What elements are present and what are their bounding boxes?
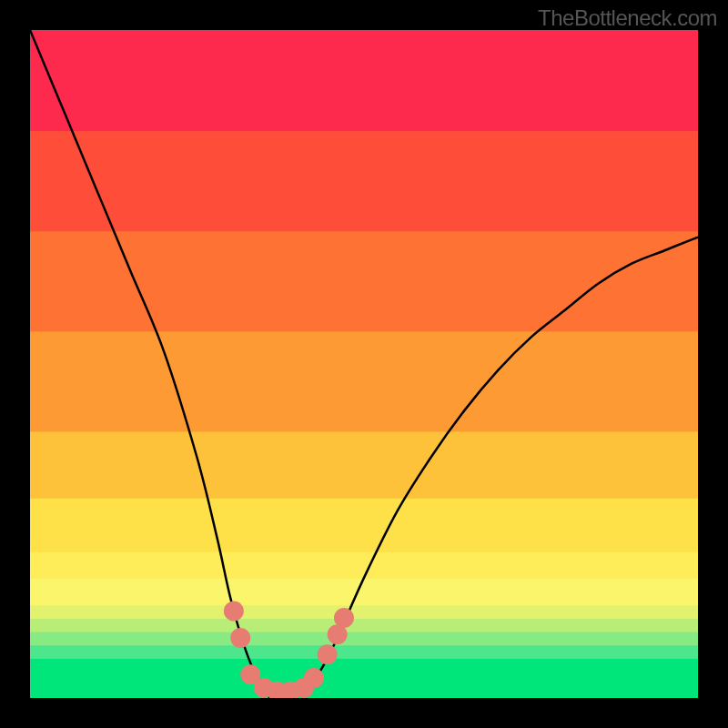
svg-rect-7	[30, 551, 698, 579]
svg-rect-10	[30, 330, 698, 431]
svg-rect-9	[30, 430, 698, 498]
watermark-text: TheBottleneck.com	[538, 5, 717, 31]
svg-rect-13	[30, 30, 698, 131]
gradient-background	[30, 30, 698, 698]
curve-marker	[334, 608, 354, 628]
curve-marker	[318, 644, 338, 664]
curve-marker	[230, 628, 250, 648]
curve-marker	[224, 602, 244, 622]
svg-rect-11	[30, 230, 698, 331]
svg-rect-12	[30, 130, 698, 231]
svg-rect-8	[30, 498, 698, 552]
svg-rect-5	[30, 604, 698, 619]
svg-rect-6	[30, 578, 698, 605]
chart-svg	[30, 30, 698, 698]
svg-rect-2	[30, 644, 698, 659]
bottleneck-chart	[30, 30, 698, 698]
svg-rect-3	[30, 632, 698, 646]
svg-rect-1	[30, 658, 698, 698]
svg-rect-4	[30, 618, 698, 632]
curve-marker	[304, 668, 324, 688]
